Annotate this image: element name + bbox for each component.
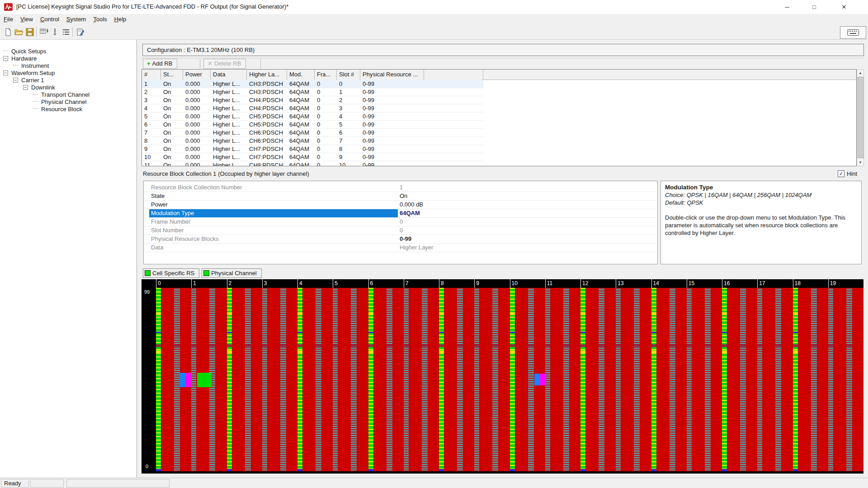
subframe-14[interactable] [651, 288, 687, 471]
subframe-8[interactable] [439, 288, 474, 471]
tree-expand-toggle[interactable]: − [3, 56, 8, 61]
cell: CH4:PDSCH [249, 105, 283, 112]
tree-item-transport-channel[interactable]: Transport Channel [33, 91, 90, 98]
table-row-9[interactable]: 9On0.000Higher L...CH7:PDSCH64QAM080-99 [142, 145, 483, 153]
menu-item-view[interactable]: View [17, 14, 37, 24]
table-row-8[interactable]: 8On0.000Higher L...CH6:PDSCH64QAM070-99 [142, 137, 483, 145]
subframe-3[interactable] [262, 288, 297, 471]
table-row-11[interactable]: 11On0.000Higher L...CH8:PDSCH64QAM0100-9… [142, 161, 483, 166]
property-row-slot-number[interactable]: Slot Number0 [144, 226, 657, 235]
tree-item-instrument[interactable]: Instrument [13, 62, 50, 69]
table-row-3[interactable]: 3On0.000Higher L...CH4:PDSCH64QAM020-99 [142, 96, 483, 104]
new-file-icon[interactable] [3, 27, 14, 38]
legend-tab-physical-channel[interactable]: Physical Channel [202, 268, 261, 278]
hint-checkbox-group[interactable]: ✓ Hint [838, 170, 857, 177]
properties-list-icon[interactable] [61, 27, 71, 38]
subframe-5[interactable] [333, 288, 368, 471]
subframe-2[interactable] [227, 288, 262, 471]
column-header-data[interactable]: Data [211, 70, 247, 80]
property-row-frame-number[interactable]: Frame Number0 [144, 218, 657, 226]
subframe-6[interactable] [368, 288, 404, 471]
subframe-18[interactable] [793, 288, 828, 471]
close-button[interactable]: ✕ [833, 0, 855, 14]
report-icon[interactable] [75, 27, 86, 38]
keyboard-button[interactable] [840, 26, 866, 39]
minimize-button[interactable]: ─ [776, 0, 798, 14]
scroll-down-icon[interactable]: ▼ [857, 159, 863, 166]
subframe-11[interactable] [545, 288, 580, 471]
add-rb-button[interactable]: +Add RB [143, 59, 177, 69]
column-header-slot-#[interactable]: Slot # [337, 70, 360, 80]
column-header-higher-la-[interactable]: Higher La... [247, 70, 287, 80]
menu-item-help[interactable]: Help [111, 14, 130, 24]
property-row-power[interactable]: Power0.000 dB [144, 201, 657, 209]
property-row-data[interactable]: DataHigher Layer [144, 244, 657, 252]
menu-item-file[interactable]: File [0, 14, 17, 24]
column-header-st-[interactable]: St... [161, 70, 183, 80]
save-file-icon[interactable] [24, 27, 35, 38]
tree-item-physical-channel[interactable]: Physical Channel [33, 98, 87, 105]
tree-expand-toggle[interactable]: − [13, 78, 18, 83]
property-row-resource-block-collection-number[interactable]: Resource Block Collection Number1 [144, 183, 657, 192]
tree-expand-toggle[interactable]: − [23, 85, 28, 90]
subframe-19[interactable] [828, 288, 863, 471]
subframe-13[interactable] [616, 288, 651, 471]
property-value[interactable]: 0.000 dB [400, 201, 423, 208]
delete-rb-button[interactable]: ✕Delete RB [203, 59, 246, 69]
table-row-4[interactable]: 4On0.000Higher L...CH4:PDSCH64QAM030-99 [142, 104, 483, 113]
tree-item-waveform-setup[interactable]: −Waveform Setup [3, 69, 56, 76]
subframe-12[interactable] [580, 288, 616, 471]
column-header-#[interactable]: # [142, 70, 161, 80]
legend-tab-cell-specific-rs[interactable]: Cell Specific RS [143, 268, 199, 278]
property-value[interactable]: 0 [400, 218, 403, 225]
grid-feature [722, 344, 727, 347]
property-row-state[interactable]: StateOn [144, 192, 657, 201]
x-icon: ✕ [208, 60, 212, 67]
tree-item-resource-block[interactable]: Resource Block [33, 105, 83, 113]
property-value[interactable]: 64QAM [400, 210, 420, 216]
table-row-10[interactable]: 10On0.000Higher L...CH7:PDSCH64QAM090-99 [142, 153, 483, 161]
property-row-modulation-type[interactable]: Modulation Type64QAM [144, 209, 657, 218]
property-row-physical-resource-blocks[interactable]: Physical Resource Blocks0-99 [144, 235, 657, 244]
property-value[interactable]: 0 [400, 227, 403, 234]
column-header-fra-[interactable]: Fra... [315, 70, 337, 80]
property-value[interactable]: 0-99 [400, 235, 411, 242]
column-header-blank[interactable] [424, 70, 483, 80]
maximize-button[interactable]: □ [803, 0, 826, 14]
tree-item-hardware[interactable]: −Hardware [3, 55, 38, 62]
download-to-instrument-icon[interactable] [39, 27, 50, 38]
subframe-15[interactable] [687, 288, 722, 471]
tree-item-quick-setups[interactable]: Quick Setups [3, 47, 47, 55]
menu-item-system[interactable]: System [63, 14, 90, 24]
hint-checkbox[interactable]: ✓ [838, 170, 844, 177]
tree-expand-toggle[interactable]: − [3, 70, 8, 75]
scroll-up-icon[interactable]: ▲ [857, 70, 863, 76]
column-header-mod-[interactable]: Mod. [287, 70, 315, 80]
table-scrollbar[interactable]: ▲ ▼ [857, 69, 864, 166]
subframe-tick [510, 279, 510, 288]
property-value[interactable]: Higher Layer [400, 244, 433, 251]
menu-item-control[interactable]: Control [37, 14, 63, 24]
table-row-2[interactable]: 2On0.000Higher L...CH3:PDSCH64QAM010-99 [142, 88, 483, 96]
download-waveform-icon[interactable] [50, 27, 61, 38]
open-file-icon[interactable] [14, 27, 24, 38]
column-header-physical-resource-[interactable]: Physical Resource ... [360, 70, 424, 80]
scrollbar-thumb[interactable] [858, 77, 864, 158]
table-row-6[interactable]: 6On0.000Higher L...CH5:PDSCH64QAM050-99 [142, 121, 483, 129]
table-row-7[interactable]: 7On0.000Higher L...CH6:PDSCH64QAM060-99 [142, 129, 483, 137]
resource-grid-area[interactable] [156, 288, 863, 471]
subframe-7[interactable] [404, 288, 439, 471]
table-row-1[interactable]: 1On0.000Higher L...CH3:PDSCH64QAM000-99 [142, 80, 483, 88]
tree-item-carrier-1[interactable]: −Carrier 1 [13, 76, 45, 84]
subframe-9[interactable] [474, 288, 509, 471]
subframe-4[interactable] [297, 288, 333, 471]
menu-item-tools[interactable]: Tools [90, 14, 110, 24]
tree-item-downlink[interactable]: −Downlink [23, 84, 56, 91]
property-value[interactable]: On [400, 192, 407, 199]
table-row-5[interactable]: 5On0.000Higher L...CH5:PDSCH64QAM040-99 [142, 113, 483, 121]
column-header-power[interactable]: Power [183, 70, 211, 80]
subframe-17[interactable] [757, 288, 793, 471]
property-value[interactable]: 1 [400, 184, 403, 191]
subframe-16[interactable] [722, 288, 757, 471]
cell: 0.000 [185, 137, 200, 144]
